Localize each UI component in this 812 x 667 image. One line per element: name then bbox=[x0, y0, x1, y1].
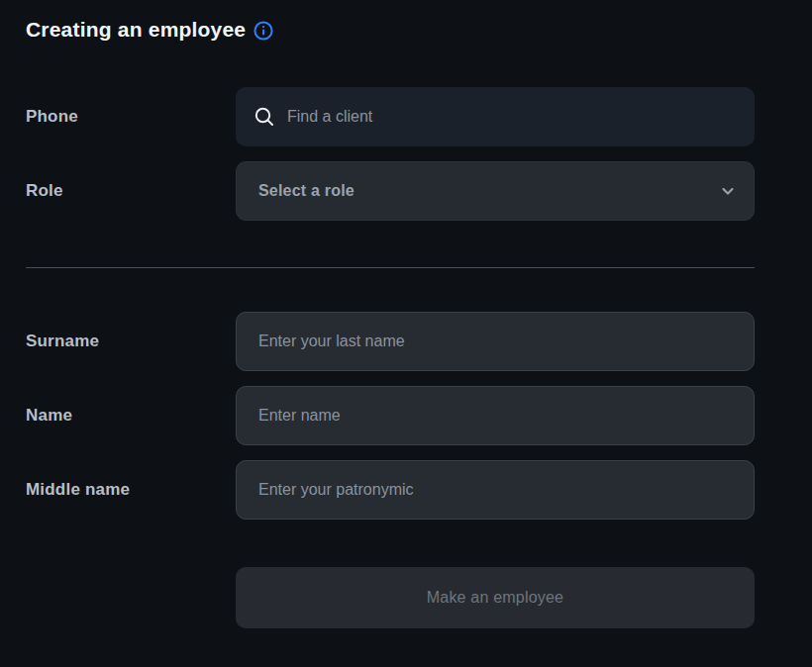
role-label: Role bbox=[26, 181, 236, 201]
create-employee-form: Phone Role Select a role bbox=[26, 87, 755, 628]
middle-name-input[interactable] bbox=[236, 460, 755, 520]
form-row-phone: Phone bbox=[26, 87, 755, 146]
page-title: Creating an employee bbox=[26, 18, 246, 42]
name-input[interactable] bbox=[236, 386, 755, 445]
section-divider bbox=[26, 267, 755, 268]
form-row-surname: Surname bbox=[26, 312, 755, 371]
middle-name-label: Middle name bbox=[26, 480, 236, 500]
phone-label: Phone bbox=[26, 107, 236, 127]
make-employee-button[interactable]: Make an employee bbox=[236, 567, 755, 628]
search-icon bbox=[254, 106, 275, 128]
name-label: Name bbox=[26, 406, 236, 426]
surname-label: Surname bbox=[26, 332, 236, 351]
submit-row: Make an employee bbox=[26, 567, 755, 628]
page-header: Creating an employee bbox=[26, 16, 755, 44]
surname-input[interactable] bbox=[236, 312, 755, 371]
chevron-down-icon bbox=[720, 183, 736, 199]
form-row-role: Role Select a role bbox=[26, 161, 755, 221]
client-search-input[interactable] bbox=[287, 108, 737, 126]
create-employee-page: Creating an employee Phone bbox=[0, 0, 812, 667]
form-row-middle-name: Middle name bbox=[26, 460, 755, 520]
client-search-field[interactable] bbox=[236, 87, 755, 146]
role-select-value: Select a role bbox=[258, 182, 355, 200]
role-select[interactable]: Select a role bbox=[236, 161, 755, 221]
info-circle-icon[interactable] bbox=[254, 21, 273, 41]
form-row-name: Name bbox=[26, 386, 755, 445]
button-spacer bbox=[26, 567, 236, 628]
